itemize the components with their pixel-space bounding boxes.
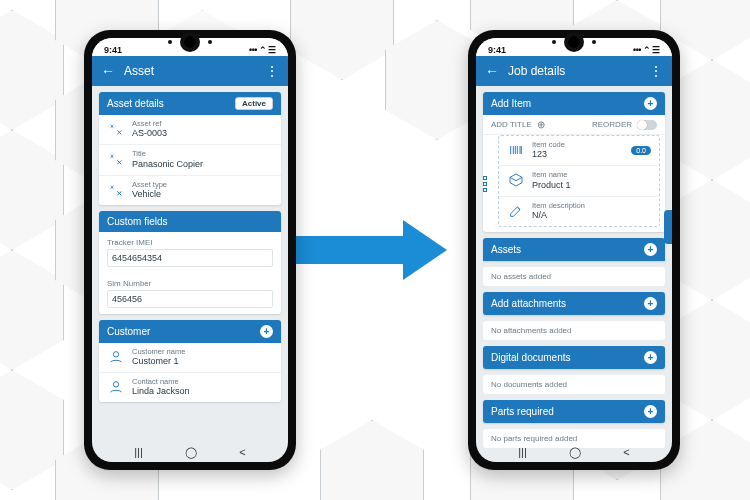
nav-recent-icon[interactable]: ||| <box>518 446 527 459</box>
digital-documents-header: Digital documents + <box>483 346 665 369</box>
back-icon[interactable]: ← <box>484 64 500 78</box>
overflow-menu-icon[interactable]: ⋮ <box>648 64 664 78</box>
reorder-label: REORDER <box>592 120 632 129</box>
phone-notch <box>568 36 580 48</box>
parts-required-header: Parts required + <box>483 400 665 423</box>
user-icon <box>107 348 125 366</box>
customer-header: Customer + <box>99 320 281 343</box>
section-title: Assets <box>491 244 521 255</box>
tools-icon <box>107 150 125 168</box>
item-row: Item name Product 1 <box>499 165 659 195</box>
nav-back-icon[interactable]: < <box>239 446 245 459</box>
row-value: Customer 1 <box>132 356 185 366</box>
asset-content: Asset details Active Asset ref AS-0003 <box>92 86 288 462</box>
section-title: Add Item <box>491 98 531 109</box>
status-indicators: ••• ⌃ ☰ <box>633 45 660 55</box>
section-title: Asset details <box>107 98 164 109</box>
asset-details-card: Asset details Active Asset ref AS-0003 <box>99 92 281 205</box>
customer-row: Customer name Customer 1 <box>99 343 281 372</box>
quantity-pill: 0.0 <box>631 146 651 155</box>
user-icon <box>107 378 125 396</box>
nav-back-icon[interactable]: < <box>623 446 629 459</box>
screen-edge-tab[interactable] <box>664 210 672 244</box>
digital-documents-empty: No documents added <box>483 375 665 394</box>
row-label: Item code <box>532 141 565 149</box>
job-content: Add Item + ADD TITLE ⊕ REORDER <box>476 86 672 462</box>
row-label: Item description <box>532 202 585 210</box>
appbar-asset: ← Asset ⋮ <box>92 56 288 86</box>
section-title: Customer <box>107 326 150 337</box>
add-part-button[interactable]: + <box>644 405 657 418</box>
add-item-header: Add Item + <box>483 92 665 115</box>
status-time: 9:41 <box>104 45 122 55</box>
sim-number-input[interactable] <box>107 290 273 308</box>
assets-empty: No assets added <box>483 267 665 286</box>
add-item-button[interactable]: + <box>644 97 657 110</box>
row-value: Linda Jackson <box>132 386 190 396</box>
status-indicators: ••• ⌃ ☰ <box>249 45 276 55</box>
asset-detail-row: Title Panasonic Copier <box>99 144 281 174</box>
section-title: Parts required <box>491 406 554 417</box>
phone-job-details: 9:41 ••• ⌃ ☰ ← Job details ⋮ Add Item + … <box>468 30 680 470</box>
add-item-toolbar: ADD TITLE ⊕ REORDER <box>483 115 665 135</box>
add-customer-button[interactable]: + <box>260 325 273 338</box>
phone-notch <box>184 36 196 48</box>
nav-home-icon[interactable]: ◯ <box>185 446 197 459</box>
barcode-icon <box>507 141 525 159</box>
box-icon <box>507 171 525 189</box>
row-value: Vehicle <box>132 189 167 199</box>
drag-handle-icon[interactable] <box>483 135 489 232</box>
field-label: Tracker IMEI <box>107 238 273 247</box>
section-title: Digital documents <box>491 352 570 363</box>
asset-details-header: Asset details Active <box>99 92 281 115</box>
appbar-title: Job details <box>508 64 640 78</box>
svg-point-1 <box>113 382 118 387</box>
add-attachment-button[interactable]: + <box>644 297 657 310</box>
row-label: Title <box>132 150 203 158</box>
row-value: N/A <box>532 210 585 220</box>
status-badge: Active <box>235 97 273 110</box>
flow-arrow <box>295 220 465 280</box>
add-document-button[interactable]: + <box>644 351 657 364</box>
add-title-button[interactable]: ⊕ <box>537 119 545 130</box>
add-title-label: ADD TITLE <box>491 120 532 129</box>
back-icon[interactable]: ← <box>100 64 116 78</box>
tools-icon <box>107 181 125 199</box>
tracker-imei-input[interactable] <box>107 249 273 267</box>
custom-fields-header: Custom fields <box>99 211 281 232</box>
row-label: Asset ref <box>132 120 167 128</box>
phone-asset: 9:41 ••• ⌃ ☰ ← Asset ⋮ Asset details Act… <box>84 30 296 470</box>
add-asset-button[interactable]: + <box>644 243 657 256</box>
status-time: 9:41 <box>488 45 506 55</box>
row-value: AS-0003 <box>132 128 167 138</box>
android-nav-bar[interactable]: ||| ◯ < <box>476 446 672 459</box>
customer-card: Customer + Customer name Customer 1 <box>99 320 281 403</box>
edit-icon <box>507 202 525 220</box>
custom-field: Sim Number <box>99 273 281 314</box>
custom-fields-card: Custom fields Tracker IMEI Sim Number <box>99 211 281 314</box>
attachments-empty: No attachments added <box>483 321 665 340</box>
custom-field: Tracker IMEI <box>99 232 281 273</box>
customer-row: Contact name Linda Jackson <box>99 372 281 402</box>
appbar-job: ← Job details ⋮ <box>476 56 672 86</box>
nav-recent-icon[interactable]: ||| <box>134 446 143 459</box>
attachments-header: Add attachments + <box>483 292 665 315</box>
asset-detail-row: Asset ref AS-0003 <box>99 115 281 144</box>
row-value: Product 1 <box>532 180 571 190</box>
asset-detail-row: Asset type Vehicle <box>99 175 281 205</box>
row-label: Customer name <box>132 348 185 356</box>
overflow-menu-icon[interactable]: ⋮ <box>264 64 280 78</box>
add-item-card: Add Item + ADD TITLE ⊕ REORDER <box>483 92 665 232</box>
row-label: Item name <box>532 171 571 179</box>
reorder-toggle[interactable] <box>637 120 657 130</box>
row-label: Asset type <box>132 181 167 189</box>
svg-point-0 <box>113 352 118 357</box>
item-row: Item description N/A <box>499 196 659 226</box>
item-card[interactable]: Item code 123 0.0 Item name Product <box>498 135 660 227</box>
row-label: Contact name <box>132 378 190 386</box>
field-label: Sim Number <box>107 279 273 288</box>
section-title: Add attachments <box>491 298 566 309</box>
nav-home-icon[interactable]: ◯ <box>569 446 581 459</box>
section-title: Custom fields <box>107 216 168 227</box>
android-nav-bar[interactable]: ||| ◯ < <box>92 446 288 459</box>
